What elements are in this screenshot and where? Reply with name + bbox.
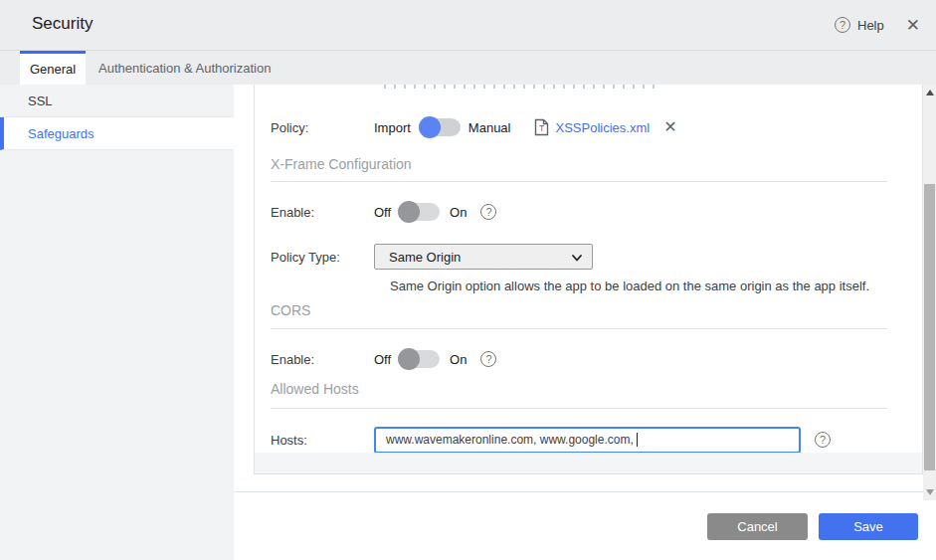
close-icon[interactable]: ✕ xyxy=(906,17,920,34)
xframe-section-heading: X-Frame Configuration xyxy=(271,156,412,172)
svg-text:T: T xyxy=(539,123,544,133)
chevron-down-icon xyxy=(571,252,583,264)
page-title: Security xyxy=(32,14,93,34)
main-content: Policy: Import Manual T XSSPolicies.xml … xyxy=(234,85,936,560)
xframe-on-label: On xyxy=(450,205,467,220)
hosts-label: Hosts: xyxy=(271,433,374,448)
policy-type-label: Policy Type: xyxy=(271,250,374,265)
allowed-hosts-section-heading: Allowed Hosts xyxy=(271,381,359,397)
toggle-knob xyxy=(398,201,420,223)
xframe-enable-toggle[interactable] xyxy=(398,203,440,221)
cors-enable-row: Enable: Off On ? xyxy=(271,342,906,376)
policy-type-description: Same Origin option allows the app to be … xyxy=(390,279,869,293)
xss-policy-file-link[interactable]: XSSPolicies.xml xyxy=(555,120,650,135)
toggle-knob xyxy=(398,348,420,370)
scroll-down-arrow-icon[interactable] xyxy=(926,489,934,495)
xml-file-icon: T xyxy=(534,118,549,136)
sidebar-item-ssl[interactable]: SSL xyxy=(0,85,234,117)
help-link[interactable]: Help xyxy=(857,18,884,33)
hosts-input-value: www.wavemakeronline.com, www.google.com, xyxy=(386,433,634,447)
section-divider xyxy=(271,181,887,182)
hosts-row: Hosts: www.wavemakeronline.com, www.goog… xyxy=(271,423,906,457)
clipped-text-row xyxy=(384,85,657,89)
sidebar-item-safeguards[interactable]: Safeguards xyxy=(0,117,234,150)
safeguards-form-panel: Policy: Import Manual T XSSPolicies.xml … xyxy=(254,85,923,474)
cors-help-icon[interactable]: ? xyxy=(480,351,496,367)
help-icon[interactable]: ? xyxy=(835,17,850,33)
xframe-enable-label: Enable: xyxy=(271,205,374,220)
policy-type-select[interactable]: Same Origin xyxy=(374,244,593,270)
xframe-enable-row: Enable: Off On ? xyxy=(271,195,906,229)
vertical-scrollbar xyxy=(923,85,936,500)
scroll-up-arrow-icon[interactable] xyxy=(926,90,934,95)
section-divider xyxy=(271,328,887,329)
cors-section-heading: CORS xyxy=(271,302,310,318)
policy-import-label: Import xyxy=(374,120,411,135)
cors-enable-toggle[interactable] xyxy=(398,350,440,368)
toggle-knob xyxy=(419,116,441,138)
panel-bottom-strip xyxy=(255,453,922,473)
dialog-header: Security ? Help ✕ xyxy=(0,0,936,51)
xframe-off-label: Off xyxy=(374,205,391,220)
cors-on-label: On xyxy=(450,352,467,367)
text-caret xyxy=(637,433,638,447)
section-divider xyxy=(271,408,887,409)
xss-policy-file-chip: T XSSPolicies.xml ✕ xyxy=(534,118,676,136)
security-dialog: Security ? Help ✕ General Authentication… xyxy=(0,0,936,560)
policy-manual-label: Manual xyxy=(468,120,511,135)
tab-bar: General Authentication & Authorization xyxy=(0,51,936,85)
save-button[interactable]: Save xyxy=(819,513,918,540)
cors-off-label: Off xyxy=(374,352,391,367)
policy-label: Policy: xyxy=(271,120,374,135)
cancel-button[interactable]: Cancel xyxy=(707,513,808,540)
header-actions: ? Help ✕ xyxy=(835,0,920,50)
tab-general[interactable]: General xyxy=(20,51,86,85)
remove-file-icon[interactable]: ✕ xyxy=(663,119,676,135)
tab-authentication-authorization[interactable]: Authentication & Authorization xyxy=(86,51,283,85)
xframe-help-icon[interactable]: ? xyxy=(480,204,496,220)
hosts-help-icon[interactable]: ? xyxy=(815,432,831,448)
scrollbar-thumb[interactable] xyxy=(924,184,935,470)
policy-import-manual-toggle[interactable] xyxy=(419,118,461,136)
policy-type-row: Policy Type: Same Origin xyxy=(271,239,906,275)
policy-row: Policy: Import Manual T XSSPolicies.xml … xyxy=(271,110,906,144)
cors-enable-label: Enable: xyxy=(271,352,374,367)
policy-type-value: Same Origin xyxy=(389,250,461,265)
footer-divider xyxy=(234,491,923,492)
hosts-input[interactable]: www.wavemakeronline.com, www.google.com, xyxy=(374,427,801,454)
sidebar: SSL Safeguards xyxy=(0,85,234,560)
